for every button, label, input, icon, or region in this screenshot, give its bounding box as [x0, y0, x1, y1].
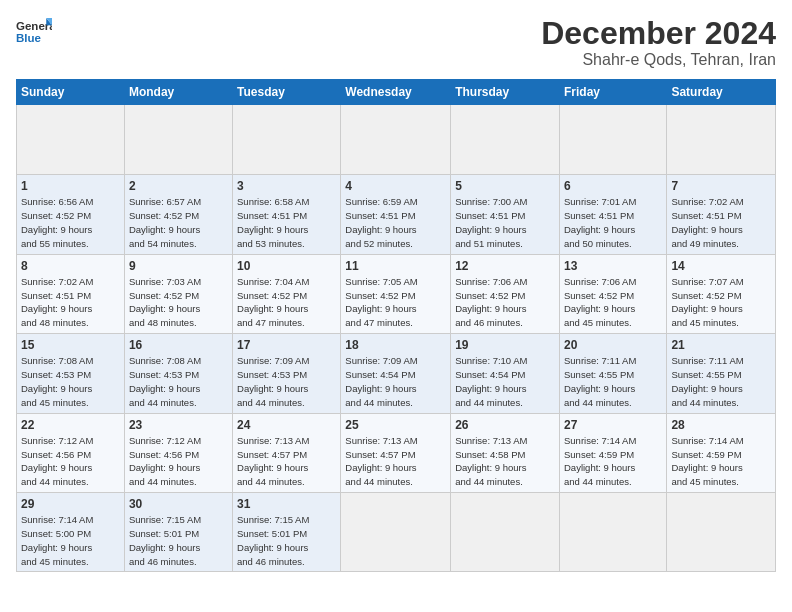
day-info: Sunrise: 7:11 AMSunset: 4:55 PMDaylight:…: [671, 355, 743, 407]
day-info: Sunrise: 7:13 AMSunset: 4:57 PMDaylight:…: [237, 435, 309, 487]
table-row: 1Sunrise: 6:56 AMSunset: 4:52 PMDaylight…: [17, 175, 125, 254]
day-info: Sunrise: 6:57 AMSunset: 4:52 PMDaylight:…: [129, 196, 201, 248]
table-row: 18Sunrise: 7:09 AMSunset: 4:54 PMDayligh…: [341, 334, 451, 413]
table-row: 3Sunrise: 6:58 AMSunset: 4:51 PMDaylight…: [233, 175, 341, 254]
table-row: 23Sunrise: 7:12 AMSunset: 4:56 PMDayligh…: [124, 413, 232, 492]
table-row: 19Sunrise: 7:10 AMSunset: 4:54 PMDayligh…: [451, 334, 560, 413]
day-number: 22: [21, 417, 120, 433]
day-number: 12: [455, 258, 555, 274]
table-row: 2Sunrise: 6:57 AMSunset: 4:52 PMDaylight…: [124, 175, 232, 254]
calendar-header-row: Sunday Monday Tuesday Wednesday Thursday…: [17, 80, 776, 105]
table-row: 6Sunrise: 7:01 AMSunset: 4:51 PMDaylight…: [559, 175, 666, 254]
title-block: December 2024 Shahr-e Qods, Tehran, Iran: [541, 16, 776, 69]
calendar-week-row: 8Sunrise: 7:02 AMSunset: 4:51 PMDaylight…: [17, 254, 776, 333]
day-info: Sunrise: 7:08 AMSunset: 4:53 PMDaylight:…: [129, 355, 201, 407]
day-info: Sunrise: 7:12 AMSunset: 4:56 PMDaylight:…: [129, 435, 201, 487]
table-row: [341, 492, 451, 571]
table-row: [559, 105, 666, 175]
day-number: 2: [129, 178, 228, 194]
calendar-table: Sunday Monday Tuesday Wednesday Thursday…: [16, 79, 776, 572]
table-row: 31Sunrise: 7:15 AMSunset: 5:01 PMDayligh…: [233, 492, 341, 571]
day-info: Sunrise: 7:13 AMSunset: 4:58 PMDaylight:…: [455, 435, 527, 487]
day-info: Sunrise: 7:02 AMSunset: 4:51 PMDaylight:…: [671, 196, 743, 248]
day-number: 25: [345, 417, 446, 433]
day-info: Sunrise: 7:11 AMSunset: 4:55 PMDaylight:…: [564, 355, 636, 407]
col-wednesday: Wednesday: [341, 80, 451, 105]
table-row: [559, 492, 666, 571]
table-row: 22Sunrise: 7:12 AMSunset: 4:56 PMDayligh…: [17, 413, 125, 492]
table-row: 20Sunrise: 7:11 AMSunset: 4:55 PMDayligh…: [559, 334, 666, 413]
table-row: [451, 492, 560, 571]
calendar-week-row: [17, 105, 776, 175]
day-info: Sunrise: 7:09 AMSunset: 4:53 PMDaylight:…: [237, 355, 309, 407]
day-number: 15: [21, 337, 120, 353]
day-number: 6: [564, 178, 662, 194]
table-row: [667, 105, 776, 175]
day-number: 5: [455, 178, 555, 194]
table-row: 13Sunrise: 7:06 AMSunset: 4:52 PMDayligh…: [559, 254, 666, 333]
table-row: 7Sunrise: 7:02 AMSunset: 4:51 PMDaylight…: [667, 175, 776, 254]
day-info: Sunrise: 6:59 AMSunset: 4:51 PMDaylight:…: [345, 196, 417, 248]
day-number: 10: [237, 258, 336, 274]
day-number: 19: [455, 337, 555, 353]
day-info: Sunrise: 7:08 AMSunset: 4:53 PMDaylight:…: [21, 355, 93, 407]
day-info: Sunrise: 7:13 AMSunset: 4:57 PMDaylight:…: [345, 435, 417, 487]
col-saturday: Saturday: [667, 80, 776, 105]
calendar-week-row: 15Sunrise: 7:08 AMSunset: 4:53 PMDayligh…: [17, 334, 776, 413]
day-number: 14: [671, 258, 771, 274]
day-number: 18: [345, 337, 446, 353]
table-row: 11Sunrise: 7:05 AMSunset: 4:52 PMDayligh…: [341, 254, 451, 333]
day-info: Sunrise: 7:05 AMSunset: 4:52 PMDaylight:…: [345, 276, 417, 328]
day-number: 28: [671, 417, 771, 433]
table-row: [341, 105, 451, 175]
table-row: 25Sunrise: 7:13 AMSunset: 4:57 PMDayligh…: [341, 413, 451, 492]
day-info: Sunrise: 6:58 AMSunset: 4:51 PMDaylight:…: [237, 196, 309, 248]
day-number: 27: [564, 417, 662, 433]
day-info: Sunrise: 7:00 AMSunset: 4:51 PMDaylight:…: [455, 196, 527, 248]
day-number: 20: [564, 337, 662, 353]
day-number: 13: [564, 258, 662, 274]
day-number: 3: [237, 178, 336, 194]
day-info: Sunrise: 7:14 AMSunset: 5:00 PMDaylight:…: [21, 514, 93, 566]
table-row: 10Sunrise: 7:04 AMSunset: 4:52 PMDayligh…: [233, 254, 341, 333]
day-number: 9: [129, 258, 228, 274]
day-number: 4: [345, 178, 446, 194]
location-subtitle: Shahr-e Qods, Tehran, Iran: [541, 51, 776, 69]
day-info: Sunrise: 7:15 AMSunset: 5:01 PMDaylight:…: [237, 514, 309, 566]
day-info: Sunrise: 7:10 AMSunset: 4:54 PMDaylight:…: [455, 355, 527, 407]
table-row: [233, 105, 341, 175]
day-number: 11: [345, 258, 446, 274]
table-row: 5Sunrise: 7:00 AMSunset: 4:51 PMDaylight…: [451, 175, 560, 254]
table-row: 24Sunrise: 7:13 AMSunset: 4:57 PMDayligh…: [233, 413, 341, 492]
day-info: Sunrise: 7:06 AMSunset: 4:52 PMDaylight:…: [564, 276, 636, 328]
header: General Blue December 2024 Shahr-e Qods,…: [16, 16, 776, 69]
table-row: 12Sunrise: 7:06 AMSunset: 4:52 PMDayligh…: [451, 254, 560, 333]
day-info: Sunrise: 7:15 AMSunset: 5:01 PMDaylight:…: [129, 514, 201, 566]
col-monday: Monday: [124, 80, 232, 105]
day-info: Sunrise: 7:12 AMSunset: 4:56 PMDaylight:…: [21, 435, 93, 487]
col-thursday: Thursday: [451, 80, 560, 105]
day-number: 16: [129, 337, 228, 353]
day-info: Sunrise: 7:01 AMSunset: 4:51 PMDaylight:…: [564, 196, 636, 248]
day-number: 30: [129, 496, 228, 512]
day-info: Sunrise: 7:09 AMSunset: 4:54 PMDaylight:…: [345, 355, 417, 407]
page-container: General Blue December 2024 Shahr-e Qods,…: [0, 0, 792, 612]
table-row: 26Sunrise: 7:13 AMSunset: 4:58 PMDayligh…: [451, 413, 560, 492]
table-row: 14Sunrise: 7:07 AMSunset: 4:52 PMDayligh…: [667, 254, 776, 333]
day-number: 29: [21, 496, 120, 512]
calendar-week-row: 29Sunrise: 7:14 AMSunset: 5:00 PMDayligh…: [17, 492, 776, 571]
table-row: [667, 492, 776, 571]
calendar-week-row: 22Sunrise: 7:12 AMSunset: 4:56 PMDayligh…: [17, 413, 776, 492]
col-sunday: Sunday: [17, 80, 125, 105]
day-info: Sunrise: 7:04 AMSunset: 4:52 PMDaylight:…: [237, 276, 309, 328]
table-row: 21Sunrise: 7:11 AMSunset: 4:55 PMDayligh…: [667, 334, 776, 413]
day-number: 23: [129, 417, 228, 433]
day-info: Sunrise: 7:06 AMSunset: 4:52 PMDaylight:…: [455, 276, 527, 328]
day-number: 24: [237, 417, 336, 433]
day-info: Sunrise: 7:03 AMSunset: 4:52 PMDaylight:…: [129, 276, 201, 328]
table-row: 27Sunrise: 7:14 AMSunset: 4:59 PMDayligh…: [559, 413, 666, 492]
day-number: 17: [237, 337, 336, 353]
calendar-week-row: 1Sunrise: 6:56 AMSunset: 4:52 PMDaylight…: [17, 175, 776, 254]
table-row: 8Sunrise: 7:02 AMSunset: 4:51 PMDaylight…: [17, 254, 125, 333]
table-row: 30Sunrise: 7:15 AMSunset: 5:01 PMDayligh…: [124, 492, 232, 571]
